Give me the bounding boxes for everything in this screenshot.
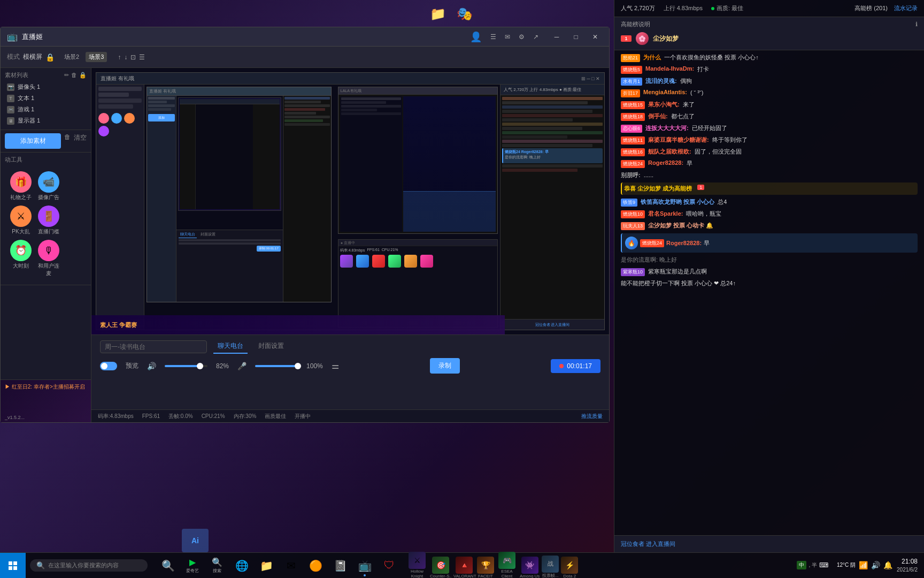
volume-thumb[interactable] bbox=[197, 363, 203, 369]
move-down-icon[interactable]: ↓ bbox=[124, 54, 127, 61]
source-item-camera[interactable]: 📷 摄像头 1 bbox=[5, 81, 87, 93]
edit-icon[interactable]: ✏ bbox=[64, 72, 69, 79]
taskbar-app-stream[interactable]: 📺 bbox=[353, 554, 376, 577]
mic-thumb[interactable] bbox=[295, 363, 301, 369]
taskbar-game-dota[interactable]: ⚡ Dota 2 bbox=[561, 557, 578, 579]
delete-icon[interactable]: 🗑 bbox=[71, 72, 77, 79]
stream-menu-icon[interactable]: ☰ bbox=[490, 33, 496, 41]
tool-item-pk[interactable]: ⚔ PK大乱 bbox=[9, 206, 33, 235]
anchor-enter-link[interactable]: 冠位食者 进入直播间 bbox=[621, 541, 675, 547]
source-delete-icon[interactable]: 🗑 bbox=[64, 133, 71, 149]
taskbar-app-edge[interactable]: 🌐 bbox=[230, 554, 253, 577]
lock-icon[interactable]: 🔒 bbox=[45, 53, 55, 62]
add-material-button[interactable]: 添加素材 bbox=[5, 133, 61, 149]
taskbar-keyboard-icon[interactable]: ⌨ bbox=[819, 561, 828, 569]
tool-item-camera-ad[interactable]: 📹 摄像广告 bbox=[37, 171, 60, 201]
cover-settings-tab[interactable]: 封面设置 bbox=[254, 339, 288, 354]
taskbar-app-files[interactable]: 📁 bbox=[255, 554, 278, 577]
msg5-text: 来了 bbox=[683, 101, 918, 109]
control-bar-top: 聊天电台 封面设置 bbox=[100, 339, 600, 354]
taskbar-game-warframe[interactable]: 战 投票帧... bbox=[542, 556, 559, 579]
sidebar-placeholder-4 bbox=[98, 104, 133, 109]
tool-item-connect[interactable]: 🎙 和用户连麦 bbox=[37, 240, 60, 277]
minimize-button[interactable]: ─ bbox=[549, 32, 564, 42]
taskbar-app-search2[interactable]: 🔍 搜索 bbox=[205, 554, 229, 577]
taskbar-app-search[interactable]: 🔍 bbox=[156, 554, 180, 577]
tool-item-time[interactable]: ⏰ 大时刻 bbox=[9, 240, 33, 277]
stream-record-link[interactable]: 流水记录 bbox=[894, 4, 918, 12]
desktop-folder-1[interactable]: 📁 bbox=[430, 6, 446, 21]
source-item-monitor[interactable]: 🖥 显示器 1 bbox=[5, 115, 87, 126]
taskbar-app-iqiyi[interactable]: ▶ 爱奇艺 bbox=[181, 554, 204, 577]
taskbar-app-onenote[interactable]: 📓 bbox=[328, 554, 352, 577]
timer-button[interactable]: 00:01:17 bbox=[551, 359, 600, 373]
start-button[interactable] bbox=[0, 553, 26, 579]
taskbar-search-box[interactable]: 🔍 在这里输入你要搜索的内容 bbox=[30, 559, 148, 572]
preview-tool-4 bbox=[98, 126, 109, 136]
move-up-icon[interactable]: ↑ bbox=[118, 54, 121, 61]
volume-slider[interactable] bbox=[165, 365, 207, 367]
taskbar-game-faceit[interactable]: 🏆 FACEIT bbox=[477, 557, 494, 579]
scene-tab-2[interactable]: 场景2 bbox=[61, 52, 82, 62]
preview-main-area: 直播姬 有礼哦 添加 bbox=[144, 85, 500, 330]
taskbar-ime-icon[interactable]: 中 bbox=[797, 561, 806, 569]
popularity-label: 人气 2,720万 bbox=[621, 4, 655, 12]
notification-icon[interactable]: 🔔 bbox=[883, 561, 892, 569]
equalizer-icon[interactable]: ⚌ bbox=[332, 361, 339, 371]
nested-w1-left: 添加 bbox=[147, 96, 176, 302]
control-bar: 聊天电台 封面设置 预览 🔊 82% 🎤 bbox=[91, 334, 609, 409]
mic-slider[interactable] bbox=[255, 365, 298, 367]
nested-w2-body bbox=[338, 95, 497, 233]
taskbar-game-esea[interactable]: 🎮 ESEA Client bbox=[496, 552, 518, 579]
close-button[interactable]: ✕ bbox=[588, 32, 603, 42]
source-item-game[interactable]: 🎮 游戏 1 bbox=[5, 104, 87, 115]
taskbar-clock[interactable]: 21:08 2021/6/2 bbox=[897, 557, 918, 574]
stream-mail-icon[interactable]: ✉ bbox=[505, 33, 510, 41]
motion-tools-section: 动工具 🎁 礼物之子 📹 摄像广告 ⚔ PK大乱 🚪 bbox=[1, 153, 91, 285]
source-item-text[interactable]: T 文本 1 bbox=[5, 93, 87, 104]
mic-fill bbox=[255, 365, 298, 367]
security-icon: 🛡 bbox=[384, 559, 395, 572]
stream-settings-icon[interactable]: ⚙ bbox=[519, 33, 525, 41]
msg5-name: 果东小淘气: bbox=[648, 101, 680, 109]
taskbar-game-hollow[interactable]: ⚔ Hollow Knight bbox=[406, 552, 428, 579]
scene-tab-3[interactable]: 场景3 bbox=[86, 52, 107, 62]
volume-sys-icon[interactable]: 🔊 bbox=[871, 561, 880, 569]
taskbar-app-chrome[interactable]: 🟠 bbox=[304, 554, 327, 577]
upload-stat: 上行 4.83mbps bbox=[664, 4, 703, 12]
sidebar-placeholder-2 bbox=[98, 93, 129, 97]
broadcast-name-input[interactable] bbox=[100, 340, 207, 353]
faceit-icon: 🏆 bbox=[477, 557, 494, 574]
chat-msg-highlight: 🔥 燃烧瓶24 Roger82828: 早 bbox=[621, 233, 918, 253]
stream-quality-btn[interactable]: 推流质量 bbox=[581, 413, 603, 420]
taskbar-app-security[interactable]: 🛡 bbox=[378, 554, 401, 577]
chat-radio-tab[interactable]: 聊天电台 bbox=[213, 339, 248, 354]
timer-display: 00:01:17 bbox=[567, 362, 592, 370]
highlight-avatar: 🔥 bbox=[625, 237, 638, 249]
pcm-10 bbox=[502, 135, 567, 139]
taskbar-game-csgo[interactable]: 🎯 Counter-S... bbox=[430, 557, 451, 579]
taskbar-game-valorant[interactable]: 🔺 VALORANT bbox=[453, 557, 475, 579]
left-panel: 素材列表 ✏ 🗑 🔒 📷 摄像头 1 T 文本 1 🎮 bbox=[1, 68, 91, 422]
deep-title bbox=[180, 99, 280, 104]
network-icon[interactable]: 📶 bbox=[859, 561, 868, 569]
list-icon[interactable]: ☰ bbox=[139, 54, 145, 61]
desktop-folder-2[interactable]: 🎭 bbox=[457, 6, 473, 21]
maximize-button[interactable]: □ bbox=[568, 32, 583, 42]
tool-item-door[interactable]: 🚪 直播门槛 bbox=[37, 206, 60, 235]
tool-item-gift[interactable]: 🎁 礼物之子 bbox=[9, 171, 33, 201]
lock-source-icon[interactable]: 🔒 bbox=[79, 72, 87, 79]
motion-tools-label: 动工具 bbox=[5, 156, 87, 164]
stream-share-icon[interactable]: ↗ bbox=[533, 33, 538, 41]
taskbar-game-among[interactable]: 👾 Among Us bbox=[520, 557, 540, 579]
source-clear-label[interactable]: 清空 bbox=[74, 133, 87, 149]
preview-toggle[interactable] bbox=[100, 362, 117, 370]
nw1-line4 bbox=[148, 108, 171, 111]
rank-info-icon[interactable]: ℹ bbox=[915, 21, 918, 28]
taskbar-network-area: 12°C 阴 📶 🔊 🔔 bbox=[837, 561, 892, 569]
taskbar-app-mail[interactable]: ✉ bbox=[279, 554, 303, 577]
record-button[interactable]: 录制 bbox=[430, 358, 460, 374]
ai-button[interactable]: Ai bbox=[182, 529, 209, 552]
align-icon[interactable]: ⊡ bbox=[130, 54, 136, 61]
preview-tool-1 bbox=[98, 113, 109, 124]
